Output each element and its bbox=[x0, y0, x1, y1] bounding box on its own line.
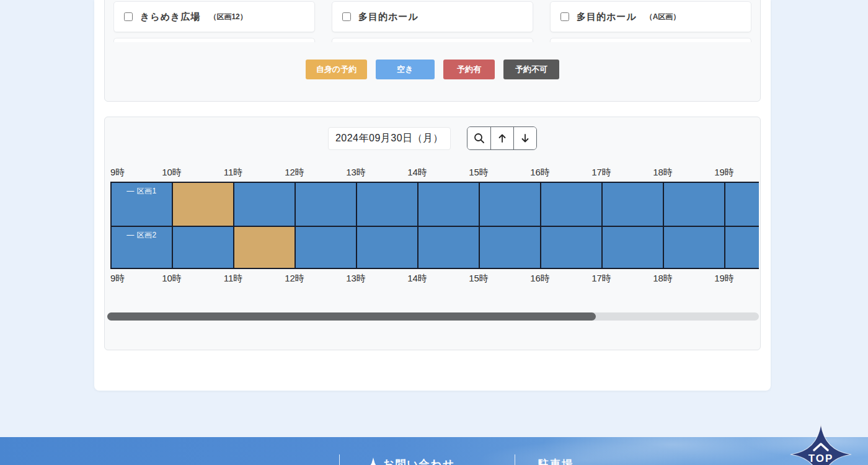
hour-tick-label: 12時 bbox=[285, 167, 304, 179]
time-slot-available[interactable] bbox=[541, 227, 603, 268]
timeline-viewport: 9時10時11時12時13時14時15時16時17時18時19時 — 区画1— … bbox=[110, 164, 759, 287]
hour-tick-label: 14時 bbox=[407, 167, 427, 179]
facility-selection-panel: きらめき広場（区画12）多目的ホール多目的ホール（A区画） 自身の予約空き予約有… bbox=[104, 0, 761, 102]
hour-tick-label: 12時 bbox=[285, 273, 304, 285]
timeline-chart: 9時10時11時12時13時14時15時16時17時18時19時 — 区画1— … bbox=[110, 164, 759, 286]
hour-tick-label: 17時 bbox=[591, 273, 611, 285]
hour-tick-label: 9時 bbox=[110, 167, 125, 179]
time-slot-available[interactable] bbox=[664, 183, 725, 226]
time-slot-own[interactable] bbox=[173, 183, 234, 226]
hour-tick-label: 13時 bbox=[346, 273, 366, 285]
time-slot-available[interactable] bbox=[603, 227, 664, 268]
footer-divider bbox=[515, 454, 515, 465]
legend-chip: 予約有 bbox=[443, 60, 495, 79]
timeline-row: — 区画1 bbox=[112, 183, 759, 227]
facility-card[interactable]: 多目的ホール（A区画） bbox=[550, 1, 751, 32]
hour-axis-bottom: 9時10時11時12時13時14時15時16時17時18時19時 bbox=[110, 269, 759, 286]
facility-name: きらめき広場 bbox=[140, 11, 200, 23]
footer-link-parking[interactable]: 駐車場 bbox=[538, 457, 574, 465]
timeline-row: — 区画2 bbox=[112, 227, 759, 269]
legend-chip: 空き bbox=[376, 60, 435, 79]
legend-chip: 予約不可 bbox=[503, 60, 559, 79]
time-slot-available[interactable] bbox=[112, 227, 173, 268]
time-slot-available[interactable] bbox=[296, 183, 357, 226]
calendar-panel: 2024年09月30日（月） bbox=[104, 117, 761, 350]
hour-tick-label: 19時 bbox=[714, 273, 734, 285]
hour-tick-label: 13時 bbox=[346, 167, 366, 179]
hour-tick-label: 16時 bbox=[530, 273, 550, 285]
hour-tick-label: 17時 bbox=[591, 167, 611, 179]
facility-name: 多目的ホール bbox=[358, 11, 418, 23]
facility-row-next bbox=[113, 38, 751, 42]
hour-tick-label: 19時 bbox=[714, 167, 734, 179]
time-slot-own[interactable] bbox=[234, 227, 296, 268]
facility-card-partial[interactable] bbox=[550, 38, 751, 42]
footer-link-contact[interactable]: お問い合わせ bbox=[383, 457, 455, 465]
time-slot-available[interactable] bbox=[480, 227, 541, 268]
arrow-up-icon[interactable] bbox=[490, 127, 513, 149]
hour-tick-label: 10時 bbox=[162, 167, 182, 179]
facility-list: きらめき広場（区画12）多目的ホール多目的ホール（A区画） bbox=[113, 1, 751, 42]
search-icon[interactable] bbox=[467, 127, 490, 149]
time-slot-available[interactable] bbox=[603, 183, 664, 226]
time-slot-available[interactable] bbox=[296, 227, 357, 268]
facility-name: 多目的ホール bbox=[577, 11, 637, 23]
date-input[interactable]: 2024年09月30日（月） bbox=[328, 127, 451, 150]
time-slot-available[interactable] bbox=[664, 227, 725, 268]
time-slot-available[interactable] bbox=[725, 227, 759, 268]
hour-tick-label: 15時 bbox=[469, 167, 489, 179]
hour-tick-label: 10時 bbox=[162, 273, 182, 285]
hour-tick-label: 18時 bbox=[653, 273, 673, 285]
contact-tower-icon bbox=[369, 458, 378, 465]
time-slot-available[interactable] bbox=[357, 227, 418, 268]
hour-tick-label: 14時 bbox=[407, 273, 427, 285]
facility-row: きらめき広場（区画12）多目的ホール多目的ホール（A区画） bbox=[113, 1, 751, 32]
facility-card-partial[interactable] bbox=[332, 38, 533, 42]
footer-divider bbox=[339, 454, 340, 465]
arrow-down-icon[interactable] bbox=[513, 127, 536, 149]
time-slot-available[interactable] bbox=[480, 183, 541, 226]
facility-checkbox[interactable] bbox=[342, 12, 351, 21]
back-to-top-button[interactable] bbox=[790, 423, 852, 465]
facility-card[interactable]: きらめき広場（区画12） bbox=[113, 1, 315, 32]
facility-checkbox[interactable] bbox=[124, 12, 133, 21]
date-toolbar bbox=[467, 126, 537, 150]
hour-axis-top: 9時10時11時12時13時14時15時16時17時18時19時 bbox=[110, 164, 759, 182]
facility-checkbox[interactable] bbox=[560, 12, 569, 21]
facility-name-suffix: （A区画） bbox=[645, 12, 681, 22]
facility-name-suffix: （区画12） bbox=[209, 12, 247, 22]
hour-tick-label: 11時 bbox=[224, 167, 243, 179]
time-slot-available[interactable] bbox=[173, 227, 234, 268]
time-slot-available[interactable] bbox=[541, 183, 603, 226]
hour-tick-label: 15時 bbox=[469, 273, 489, 285]
time-slot-available[interactable] bbox=[357, 183, 418, 226]
facility-card-partial[interactable] bbox=[113, 38, 315, 42]
facility-card[interactable]: 多目的ホール bbox=[332, 1, 533, 32]
date-navigation-row: 2024年09月30日（月） bbox=[105, 126, 760, 150]
hour-tick-label: 16時 bbox=[530, 167, 550, 179]
time-slot-available[interactable] bbox=[234, 183, 296, 226]
time-slot-available[interactable] bbox=[112, 183, 173, 226]
scrollbar-thumb[interactable] bbox=[107, 312, 596, 321]
time-slot-available[interactable] bbox=[418, 227, 480, 268]
status-legend: 自身の予約空き予約有予約不可 bbox=[105, 60, 760, 79]
hour-tick-label: 9時 bbox=[110, 273, 125, 285]
hour-tick-label: 11時 bbox=[224, 273, 243, 285]
hour-tick-label: 18時 bbox=[653, 167, 673, 179]
page-footer: お問い合わせ 駐車場 bbox=[0, 437, 868, 465]
timeline-grid: — 区画1— 区画2 bbox=[110, 182, 759, 269]
main-content-container: きらめき広場（区画12）多目的ホール多目的ホール（A区画） 自身の予約空き予約有… bbox=[94, 0, 771, 391]
legend-chip: 自身の予約 bbox=[306, 60, 367, 79]
time-slot-available[interactable] bbox=[418, 183, 480, 226]
horizontal-scrollbar[interactable] bbox=[107, 312, 759, 321]
time-slot-available[interactable] bbox=[725, 183, 759, 226]
